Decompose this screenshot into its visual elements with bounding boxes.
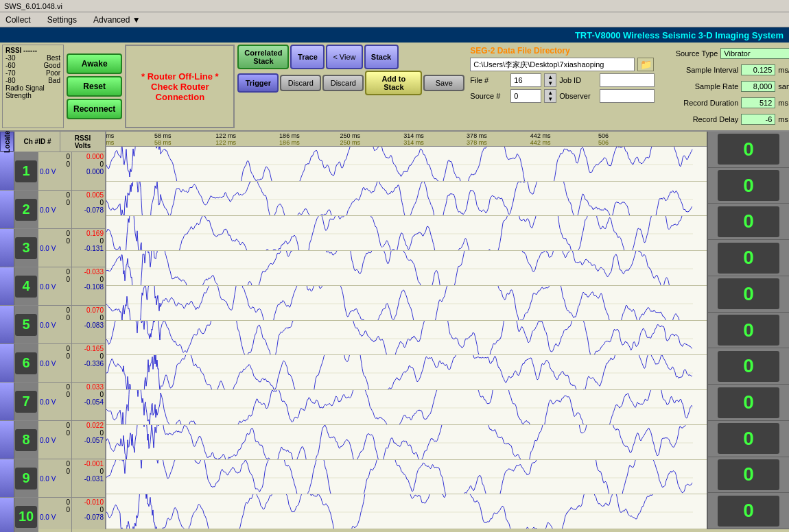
waveform-row-1	[106, 147, 707, 182]
discard-button-2[interactable]: Discard	[322, 75, 364, 91]
ch-num-cell-8: 8	[14, 421, 38, 459]
time-axis: -6 ms-6 ms58 ms58 ms122 ms122 ms186 ms18…	[106, 132, 707, 147]
ch-num-display-3: 3	[15, 237, 37, 259]
ch-ch-3: 0	[40, 237, 70, 245]
locate-button[interactable]: Locate	[0, 132, 14, 152]
router-line1: * Router Off-Line *	[141, 71, 219, 82]
ch-values-cell-8: 0.022 0 -0.057	[71, 421, 105, 459]
file-num-label: File #	[470, 76, 508, 84]
ch-val1-9: -0.001	[73, 460, 104, 468]
ch-num-cell-5: 5	[14, 306, 38, 343]
router-message: * Router Off-Line * Check Router Connect…	[125, 45, 235, 128]
ch-voltage-3: 0.0 V	[40, 245, 70, 252]
stack-button[interactable]: Stack	[364, 45, 399, 69]
source-num-input[interactable]	[510, 89, 541, 103]
ch-rssi-4: 0	[40, 268, 70, 276]
ch-data-cell-1: 0 0 0.0 V	[38, 152, 71, 190]
observer-label: Observer	[559, 92, 597, 100]
rssi-row-2: -60 Good	[5, 62, 60, 69]
ch-data-cell-5: 0 0 0.0 V	[38, 306, 71, 343]
view-button[interactable]: < View	[326, 45, 362, 69]
ch-voltage-9: 0.0 V	[40, 475, 70, 483]
right-value-10: 0	[718, 496, 779, 527]
reset-button[interactable]: Reset	[67, 76, 122, 97]
record-delay-label: Record Delay	[663, 115, 738, 123]
channel-row-3[interactable]: 3 0 0 0.0 V 0.169 0 -0.131	[0, 229, 105, 267]
waveform-row-2	[106, 182, 707, 217]
ch-num-cell-4: 4	[14, 267, 38, 305]
ch-values-cell-2: 0.005 0 -0.078	[71, 191, 105, 228]
ch-val3-6: -0.336	[73, 360, 104, 367]
menu-collect[interactable]: Collect	[3, 14, 34, 26]
ch-val1-5: 0.070	[73, 306, 104, 314]
waveform-canvas-9	[106, 425, 693, 460]
folder-button[interactable]: 📁	[637, 58, 654, 71]
right-value-7: 0	[718, 387, 779, 418]
add-to-stack-button[interactable]: Add to Stack	[365, 71, 422, 95]
right-value-4: 0	[718, 278, 779, 309]
file-num-spin[interactable]: ▲▼	[544, 73, 556, 87]
right-value-0: 0	[718, 134, 779, 165]
ch-data-cell-7: 0 0 0.0 V	[38, 383, 71, 420]
source-num-spin[interactable]: ▲▼	[544, 89, 556, 103]
ch-ch-9: 0	[40, 468, 70, 475]
right-value-5: 0	[718, 315, 779, 346]
trace-button[interactable]: Trace	[290, 45, 325, 69]
channel-row-8[interactable]: 8 0 0 0.0 V 0.022 0 -0.057	[0, 421, 105, 459]
sample-interval-label: Sample Interval	[663, 66, 738, 74]
waveform-canvas-8	[106, 390, 693, 425]
channel-row-4[interactable]: 4 0 0 0.0 V -0.033 0 -0.108	[0, 267, 105, 306]
rssi-row-3: -70 Poor	[5, 69, 60, 77]
channel-row-9[interactable]: 9 0 0 0.0 V -0.001 0 -0.031	[0, 459, 105, 498]
channel-row-2[interactable]: 2 0 0 0.0 V 0.005 0 -0.078	[0, 191, 105, 229]
observer-input[interactable]	[600, 89, 655, 103]
time-tick-7: 442 ms442 ms	[530, 132, 551, 146]
file-path-input[interactable]	[470, 58, 635, 71]
time-tick-2: 122 ms122 ms	[215, 132, 236, 146]
menu-advanced[interactable]: Advanced ▼	[91, 14, 143, 26]
channel-row-5[interactable]: 5 0 0 0.0 V 0.070 0 -0.083	[0, 306, 105, 344]
ch-val1-7: 0.033	[73, 383, 104, 391]
waveform-area: -6 ms-6 ms58 ms58 ms122 ms122 ms186 ms18…	[106, 132, 707, 529]
router-line2: Check Router	[151, 82, 209, 92]
source-type-input[interactable]	[720, 48, 789, 59]
trigger-button[interactable]: Trigger	[237, 73, 279, 93]
awake-button[interactable]: Awake	[67, 53, 122, 74]
ch-voltage-6: 0.0 V	[40, 360, 70, 367]
ch-ch-1: 0	[40, 160, 70, 168]
ch-val2-7: 0	[73, 391, 104, 398]
record-delay-value: -6	[741, 114, 775, 125]
ch-locate-9	[0, 459, 14, 497]
file-num-input[interactable]	[510, 73, 541, 87]
ch-num-display-1: 1	[15, 160, 37, 182]
channel-row-10[interactable]: 10 0 0 0.0 V -0.010 0 -0.078	[0, 498, 105, 532]
ch-rssi-7: 0	[40, 383, 70, 391]
ch-num-cell-9: 9	[14, 459, 38, 497]
waveform-row-5	[106, 286, 707, 321]
file-num-row: File # ▲▼ Job ID	[470, 73, 655, 87]
right-cell-2: 0	[708, 204, 789, 240]
brand-text: TRT-V8000 Wireless Seismic 3-D Imaging S…	[575, 30, 784, 40]
ch-values-cell-6: -0.165 0 -0.336	[71, 344, 105, 382]
sample-interval-unit: ms/sample	[778, 66, 789, 74]
right-cell-4: 0	[708, 276, 789, 313]
discard-button-1[interactable]: Discard	[280, 75, 321, 91]
time-tick-6: 378 ms378 ms	[467, 132, 487, 146]
waveform-canvas-1	[106, 147, 693, 182]
save-button[interactable]: Save	[423, 75, 464, 91]
channel-row-1[interactable]: 1 0 0 0.0 V 0.000 0 0.000	[0, 152, 105, 191]
ch-voltage-8: 0.0 V	[40, 437, 70, 444]
sample-interval-row: Sample Interval 0.125 ms/sample	[663, 62, 789, 77]
ch-num-display-9: 9	[15, 468, 37, 489]
menu-settings[interactable]: Settings	[45, 14, 80, 26]
ch-val1-10: -0.010	[73, 498, 104, 506]
ch-values-cell-1: 0.000 0 0.000	[71, 152, 105, 190]
job-id-input[interactable]	[600, 73, 655, 87]
ch-data-cell-8: 0 0 0.0 V	[38, 421, 71, 459]
ch-values-cell-7: 0.033 0 -0.054	[71, 383, 105, 420]
channel-row-6[interactable]: 6 0 0 0.0 V -0.165 0 -0.336	[0, 344, 105, 383]
reconnect-button[interactable]: Reconnect	[67, 99, 122, 119]
channel-row-7[interactable]: 7 0 0 0.0 V 0.033 0 -0.054	[0, 383, 105, 421]
correlated-stack-button[interactable]: Correlated Stack	[237, 45, 289, 69]
time-tick-1: 58 ms58 ms	[154, 132, 172, 146]
